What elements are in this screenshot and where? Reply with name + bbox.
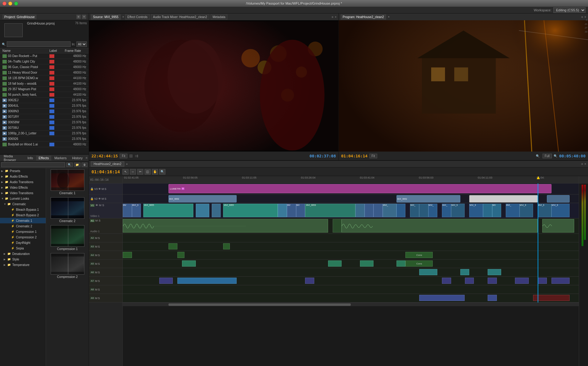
a3-clip-1[interactable]	[168, 243, 178, 249]
v1-clip-18[interactable]: MVI_	[506, 204, 520, 217]
tab-info[interactable]: Info	[25, 156, 35, 160]
a7-clip-7[interactable]	[515, 278, 529, 284]
tree-item-video-effects[interactable]: ▶ 📁 Video Effects	[0, 185, 46, 190]
v1-clip-0[interactable]: MV	[123, 204, 132, 217]
list-item[interactable]: ▶00692623.976 fps	[0, 136, 89, 142]
list-item[interactable]: 🎵29 357 Magnum Pist48000 Hz	[0, 87, 89, 92]
track-a2[interactable]	[123, 234, 579, 242]
a6-clip-1[interactable]	[419, 269, 437, 275]
v1-clip-9[interactable]	[373, 204, 383, 217]
a5-clip-1[interactable]	[182, 260, 196, 267]
effect-thumbnail-cinematic2[interactable]: Cinematic 2	[47, 197, 87, 223]
tree-item-desaturation[interactable]: ▶ 📁 Desaturation	[0, 251, 46, 256]
v1-clip-14[interactable]: MVI_	[428, 204, 438, 217]
a7-clip-8[interactable]	[538, 278, 547, 284]
a7-clip-9[interactable]	[551, 278, 570, 284]
v1-clip-11[interactable]	[397, 204, 406, 217]
a1-third-clip[interactable]	[542, 219, 574, 233]
list-item[interactable]: ▶00658W23.976 fps	[0, 120, 89, 125]
v1-clip-1[interactable]: MVI_9	[132, 204, 141, 217]
source-fit-select[interactable]: Fit	[120, 154, 127, 158]
v1-clip-16[interactable]	[483, 204, 492, 217]
project-tab[interactable]: Project: GrindHouse	[2, 14, 37, 19]
v1-clip-2[interactable]	[196, 204, 210, 217]
in-select[interactable]: All	[76, 41, 87, 47]
track-a8[interactable]	[123, 285, 579, 294]
a6-clip-3[interactable]	[488, 269, 501, 275]
track-a7[interactable]	[123, 277, 579, 285]
timeline-tab[interactable]: HeatHouse2_clean2	[91, 161, 124, 167]
effect-controls-tab[interactable]: Effect Controls	[125, 14, 149, 20]
tool-hand[interactable]: ✋	[152, 169, 158, 175]
tree-item-sepia[interactable]: ⚡ Sepia	[0, 245, 46, 251]
track-a9[interactable]	[123, 294, 579, 302]
track-target-v1[interactable]: V1	[90, 204, 95, 207]
tree-item-audio-transitions[interactable]: ▶ 📁 Audio Transitions	[0, 179, 46, 185]
list-item[interactable]: ▶0062EJ23.976 fps	[0, 98, 89, 103]
v1-clip-7[interactable]	[355, 204, 365, 217]
list-item[interactable]: ▶00706U23.976 fps	[0, 125, 89, 131]
a9-clip-1[interactable]	[419, 295, 465, 301]
v1-clip-10[interactable]: MVI_	[383, 204, 397, 217]
cons-clip-1[interactable]: Cons	[405, 252, 433, 258]
v1-clip-mvi9[interactable]: MVI_9	[451, 204, 465, 217]
tree-item-compression-2[interactable]: ⚡ Compression 2	[0, 234, 46, 240]
list-item[interactable]: 🎵03 Dan Rockett – Put48000 Hz	[0, 53, 89, 59]
source-tab[interactable]: Source: MVI_9955	[91, 14, 121, 20]
a5-clip-4[interactable]	[397, 260, 406, 267]
program-menu-icon[interactable]: ≡	[581, 15, 583, 19]
a5-clip-3[interactable]	[360, 260, 374, 267]
timeline-menu-icon[interactable]: ≡	[581, 162, 583, 166]
list-item[interactable]: 🎵Bodyfall on Wood 1.ai48000 Hz	[0, 142, 89, 147]
workspace-select[interactable]: Editing (CS5.5)	[553, 7, 586, 13]
list-item[interactable]: 🎵56 punch, body hard,44100 Hz	[0, 92, 89, 98]
timeline-close-icon[interactable]: ×	[126, 163, 128, 166]
source-close-btn[interactable]: ×	[335, 15, 337, 19]
v1-clip-15[interactable]: MVI_	[442, 204, 451, 217]
tab-media-browser[interactable]: Media Browser	[1, 154, 24, 162]
tree-item-video-transitions[interactable]: ▶ 📁 Video Transitions	[0, 190, 46, 196]
v1-clip-21[interactable]: MVI_9	[551, 204, 570, 217]
audio-track-mixer-tab[interactable]: Audio Track Mixer: HeatHouse2_clean2	[151, 14, 209, 20]
video-clip-v2-end[interactable]	[547, 195, 570, 202]
track-v2[interactable]: MVI_9953 MVI_9952	[123, 195, 579, 203]
list-item[interactable]: ▶0068N323.976 fps	[0, 109, 89, 114]
a9-clip-3[interactable]	[533, 295, 570, 301]
a5-clip-2[interactable]	[328, 260, 342, 267]
maximize-button[interactable]	[14, 2, 18, 6]
source-menu-icon[interactable]: ≡	[332, 15, 334, 19]
tree-item-cinematic-2[interactable]: ⚡ Cinematic 2	[0, 223, 46, 229]
v1-clip-mvi9953-3[interactable]: MVI_9953	[305, 204, 355, 217]
a7-clip-5[interactable]	[465, 278, 474, 284]
list-item[interactable]: 🎵06 Gun, Classic Pistol48000 Hz	[0, 64, 89, 70]
v1-clip-12[interactable]: MVI_	[410, 204, 419, 217]
a1-second-clip[interactable]	[342, 219, 538, 233]
video-clip-mvi9953[interactable]: MVI_9953	[168, 195, 237, 202]
track-a1[interactable]	[123, 218, 579, 234]
a7-clip-3[interactable]	[305, 278, 314, 284]
tree-item-day4night[interactable]: ⚡ Day4Night	[0, 240, 46, 245]
tree-item-lumetri-looks[interactable]: ▼ 📁 Lumetri Looks	[0, 196, 46, 201]
cons-clip-2[interactable]: Cons	[405, 260, 433, 267]
a7-clip-4[interactable]	[442, 278, 451, 284]
program-close-btn[interactable]: ×	[584, 15, 586, 19]
metadata-tab[interactable]: Metadata	[211, 14, 228, 20]
tab-markers[interactable]: Markers	[52, 156, 69, 160]
lumetri-clip[interactable]: LUMETRI ⚙	[168, 184, 551, 193]
tree-item-style[interactable]: ▶ 📁 Style	[0, 256, 46, 262]
v1-clip-17[interactable]: MV	[492, 204, 501, 217]
list-item[interactable]: 🎵18 fall body – wood&44100 Hz	[0, 81, 89, 87]
effects-new-folder-button[interactable]: 📁	[74, 163, 80, 167]
track-a5[interactable]: Cons	[123, 260, 579, 268]
program-tab[interactable]: Program: HeatHouse2_clean2	[341, 14, 386, 20]
video-clip-mvi9952[interactable]: MVI_9952	[397, 195, 460, 202]
effect-thumbnail-cinematic1[interactable]: Cinematic 1	[47, 169, 87, 195]
tool-slip[interactable]: ◫	[145, 169, 151, 175]
tool-select[interactable]: ↖	[122, 169, 129, 175]
list-item[interactable]: 🎵18 135 BPM DEMO.w44100 Hz	[0, 75, 89, 81]
v1-clip-8[interactable]	[365, 204, 374, 217]
minimize-button[interactable]	[8, 2, 12, 6]
list-item[interactable]: 🎵11 Heavy Wood Door48000 Hz	[0, 70, 89, 75]
tree-item-cinematic-1[interactable]: ⚡ Cinematic 1	[0, 218, 46, 223]
a6-clip-2[interactable]	[460, 269, 470, 275]
